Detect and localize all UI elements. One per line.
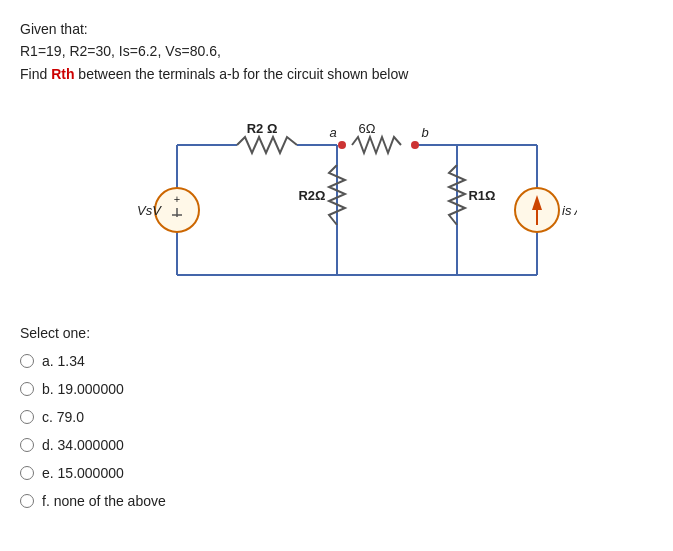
- option-e[interactable]: e. 15.000000: [20, 459, 653, 487]
- option-b[interactable]: b. 19.000000: [20, 375, 653, 403]
- radio-c[interactable]: [20, 410, 34, 424]
- find-text: Find Rth between the terminals a-b for t…: [20, 63, 653, 85]
- option-d-label[interactable]: d. 34.000000: [42, 431, 124, 459]
- svg-text:+: +: [173, 193, 179, 205]
- circuit-diagram: + VsV R2 Ω 6Ω a b R2Ω R1Ω is A: [20, 95, 653, 305]
- options-list: a. 1.34 b. 19.000000 c. 79.0 d. 34.00000…: [20, 347, 653, 515]
- svg-text:6Ω: 6Ω: [358, 121, 375, 136]
- option-d[interactable]: d. 34.000000: [20, 431, 653, 459]
- given-values: R1=19, R2=30, Is=6.2, Vs=80.6,: [20, 40, 653, 62]
- option-f[interactable]: f. none of the above: [20, 487, 653, 515]
- svg-text:R1Ω: R1Ω: [468, 188, 495, 203]
- option-f-label[interactable]: f. none of the above: [42, 487, 166, 515]
- select-one-label: Select one:: [20, 325, 653, 341]
- radio-d[interactable]: [20, 438, 34, 452]
- option-a[interactable]: a. 1.34: [20, 347, 653, 375]
- svg-text:R2Ω: R2Ω: [298, 188, 325, 203]
- svg-point-15: [338, 141, 346, 149]
- svg-text:R2 Ω: R2 Ω: [246, 121, 277, 136]
- svg-text:VsV: VsV: [137, 203, 162, 218]
- radio-e[interactable]: [20, 466, 34, 480]
- svg-text:a: a: [329, 125, 336, 140]
- option-b-label[interactable]: b. 19.000000: [42, 375, 124, 403]
- circuit-svg: + VsV R2 Ω 6Ω a b R2Ω R1Ω is A: [97, 95, 577, 305]
- option-c[interactable]: c. 79.0: [20, 403, 653, 431]
- radio-b[interactable]: [20, 382, 34, 396]
- problem-statement: Given that: R1=19, R2=30, Is=6.2, Vs=80.…: [20, 18, 653, 85]
- option-e-label[interactable]: e. 15.000000: [42, 459, 124, 487]
- given-label: Given that:: [20, 18, 653, 40]
- svg-point-17: [411, 141, 419, 149]
- svg-text:is A: is A: [562, 203, 577, 218]
- radio-f[interactable]: [20, 494, 34, 508]
- radio-a[interactable]: [20, 354, 34, 368]
- option-a-label[interactable]: a. 1.34: [42, 347, 85, 375]
- svg-text:b: b: [421, 125, 428, 140]
- option-c-label[interactable]: c. 79.0: [42, 403, 84, 431]
